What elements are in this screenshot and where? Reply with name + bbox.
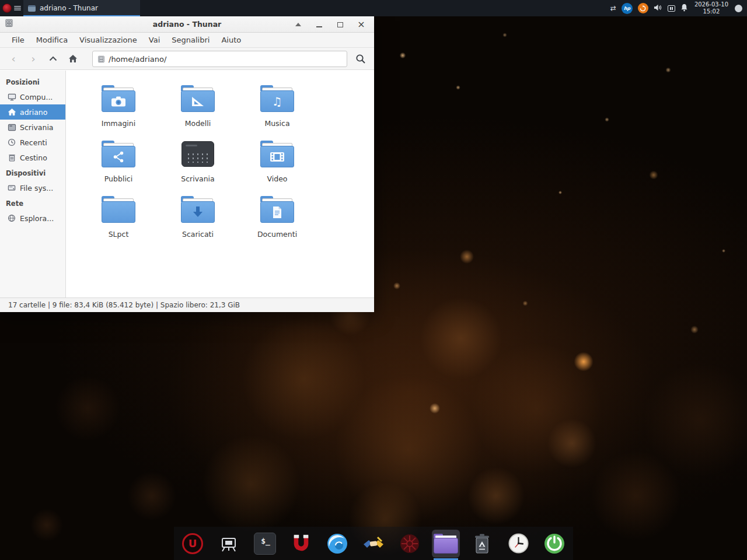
app-menu-button[interactable] <box>0 0 14 16</box>
dock-file-manager[interactable] <box>432 530 460 558</box>
menu-visualizzazione[interactable]: Visualizzazione <box>74 33 143 48</box>
folder-video[interactable]: Video <box>238 134 317 190</box>
file-label: Modelli <box>185 119 211 128</box>
user-indicator-icon[interactable] <box>735 5 742 12</box>
menubar: File Modifica Visualizzazione Vai Segnal… <box>0 33 374 48</box>
path-folder-icon <box>97 55 105 63</box>
taskbar-item-label: adriano - Thunar <box>40 4 98 12</box>
home-icon <box>7 107 16 117</box>
hp-tray-icon[interactable]: hp <box>622 3 633 14</box>
template-icon <box>191 96 205 107</box>
system-tray: ⇄ hp 2026-03-10 15:02 <box>610 0 745 16</box>
top-panel: adriano - Thunar ⇄ hp 2026-03-10 15:02 <box>0 0 747 16</box>
sidebar-item-label: Compu... <box>20 93 53 102</box>
sidebar-item-label: File sys... <box>20 184 53 192</box>
folder-pubblici[interactable]: Pubblici <box>79 134 158 190</box>
sidebar-item-label: Cestino <box>20 153 47 162</box>
video-icon <box>270 152 285 162</box>
path-bar[interactable] <box>92 51 347 67</box>
sidebar-item-label: Recenti <box>20 138 47 147</box>
trash-can-icon <box>472 533 492 555</box>
folder-musica[interactable]: ♫ Musica <box>238 79 317 134</box>
home-icon <box>68 54 78 63</box>
tray-time: 15:02 <box>694 8 728 16</box>
folder-immagini[interactable]: Immagini <box>79 79 158 134</box>
dark-red-emblem-icon <box>399 533 421 555</box>
distro-logo-icon <box>2 4 12 13</box>
capture-app-icon <box>218 533 240 555</box>
browser-icon <box>326 533 348 555</box>
sidebar-section-rete: Rete <box>0 195 65 211</box>
path-input[interactable] <box>109 55 342 64</box>
menu-aiuto[interactable]: Aiuto <box>215 33 247 48</box>
desktop-icon <box>7 123 16 132</box>
file-label: Video <box>267 174 287 183</box>
notification-bell-icon[interactable] <box>680 3 688 14</box>
forward-icon: › <box>31 54 35 64</box>
trash-icon <box>7 153 16 162</box>
keyboard-battery-icon[interactable] <box>668 5 675 12</box>
menu-file[interactable]: File <box>6 33 30 48</box>
maximize-button[interactable] <box>330 16 351 33</box>
sidebar-item-label: adriano <box>20 108 47 117</box>
dock-collaboration-app[interactable] <box>359 530 388 558</box>
window-titlebar[interactable]: adriano - Thunar × <box>0 16 374 33</box>
up-icon <box>49 56 57 61</box>
dock-trash[interactable] <box>468 530 496 558</box>
download-icon <box>192 206 204 219</box>
dock-browser[interactable] <box>323 530 351 558</box>
thunar-window: adriano - Thunar × File Modifica Visuali… <box>0 16 374 312</box>
menu-segnalibri[interactable]: Segnalibri <box>166 33 215 48</box>
sidebar-item-computer[interactable]: Compu... <box>0 89 65 104</box>
updates-tray-icon[interactable] <box>638 3 648 13</box>
drive-icon <box>7 183 16 192</box>
tray-clock[interactable]: 2026-03-10 15:02 <box>693 1 729 16</box>
desktop: adriano - Thunar ⇄ hp 2026-03-10 15:02 <box>0 0 747 560</box>
back-icon: ‹ <box>11 54 15 64</box>
dock-magnet-app[interactable] <box>287 530 315 558</box>
network-arrows-icon[interactable]: ⇄ <box>610 4 616 12</box>
red-u-logo-icon: U <box>182 533 203 554</box>
sidebar-item-cestino[interactable]: Cestino <box>0 150 65 165</box>
shade-button[interactable] <box>288 16 309 33</box>
forward-button[interactable]: › <box>25 51 42 67</box>
sidebar-item-scrivania[interactable]: Scrivania <box>0 120 65 135</box>
dock-dark-red-emblem-app[interactable] <box>396 530 424 558</box>
up-button[interactable] <box>44 51 62 67</box>
file-label: Immagini <box>102 119 136 128</box>
thunar-app-icon <box>5 19 13 30</box>
network-icon <box>7 214 16 223</box>
minimize-button[interactable] <box>309 16 330 33</box>
sidebar-item-recenti[interactable]: Recenti <box>0 135 65 150</box>
dock-red-ring-launcher[interactable]: U <box>179 530 207 558</box>
dock-clock[interactable] <box>504 530 532 558</box>
menu-vai[interactable]: Vai <box>143 33 166 48</box>
folder-icon <box>181 85 215 112</box>
home-button[interactable] <box>64 51 82 67</box>
folder-scrivania[interactable]: Scrivania <box>158 134 238 190</box>
dock-logout[interactable] <box>540 530 568 558</box>
window-body: Posizioni Compu... adriano <box>0 71 374 298</box>
back-button[interactable]: ‹ <box>5 51 22 67</box>
taskbar-item-thunar[interactable]: adriano - Thunar <box>23 0 140 16</box>
search-icon <box>355 54 366 64</box>
logout-icon <box>543 533 566 555</box>
sidebar-item-adriano[interactable]: adriano <box>0 104 65 120</box>
folder-slpct[interactable]: SLpct <box>79 190 158 245</box>
folder-modelli[interactable]: Modelli <box>158 79 238 134</box>
sidebar-section-posizioni: Posizioni <box>0 74 65 89</box>
menu-modifica[interactable]: Modifica <box>30 33 74 48</box>
search-button[interactable] <box>351 51 370 67</box>
volume-icon[interactable] <box>654 3 662 14</box>
close-button[interactable]: × <box>351 16 372 33</box>
sidebar-item-esplora[interactable]: Esplora... <box>0 211 65 226</box>
window-icon <box>28 5 36 12</box>
folder-scaricati[interactable]: Scaricati <box>158 190 238 245</box>
folder-documenti[interactable]: Documenti <box>238 190 317 245</box>
sidebar-item-label: Esplora... <box>20 214 54 223</box>
sidebar-item-filesystem[interactable]: File sys... <box>0 180 65 195</box>
window-menu-icon[interactable] <box>14 5 21 12</box>
dock-terminal[interactable]: $_ <box>251 530 279 558</box>
purple-folder-icon <box>434 534 458 554</box>
dock-capture-app[interactable] <box>215 530 243 558</box>
